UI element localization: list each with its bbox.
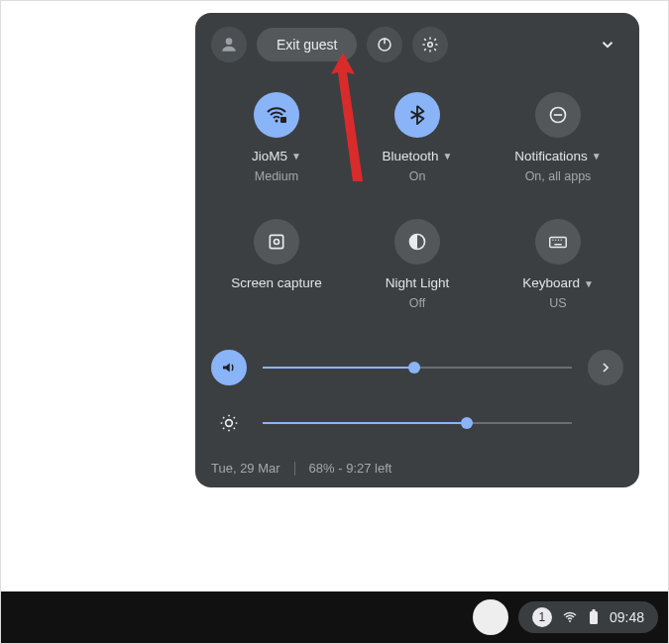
power-button[interactable] (367, 27, 402, 62)
system-tray[interactable]: 1 09:48 (518, 601, 658, 633)
screen-capture-tile[interactable]: Screen capture (211, 219, 342, 310)
brightness-button[interactable] (211, 405, 247, 441)
bluetooth-icon (406, 104, 428, 126)
guest-avatar[interactable] (211, 27, 247, 62)
footer-date: Tue, 29 Mar (211, 461, 280, 476)
wifi-tile[interactable]: JioM5▼ Medium (211, 92, 342, 183)
capture-icon (267, 232, 286, 252)
bluetooth-label[interactable]: Bluetooth▼ (383, 148, 453, 165)
night-light-tile[interactable]: Night Light Off (352, 219, 483, 310)
night-light-label: Night Light (386, 274, 450, 292)
chevron-right-icon (598, 360, 613, 376)
battery-status-icon (588, 609, 600, 625)
bluetooth-icon-button[interactable] (394, 92, 440, 138)
svg-rect-11 (550, 238, 567, 248)
bluetooth-sub: On (409, 169, 426, 183)
svg-rect-20 (592, 609, 595, 611)
settings-button[interactable] (412, 27, 448, 62)
notifications-sub: On, all apps (525, 169, 592, 183)
audio-settings-button[interactable] (588, 350, 623, 385)
collapse-button[interactable] (592, 29, 623, 60)
notifications-label[interactable]: Notifications▼ (514, 148, 601, 165)
notifications-tile[interactable]: Notifications▼ On, all apps (493, 92, 623, 183)
wifi-lock-icon (265, 103, 288, 127)
quick-settings-panel: Exit guest (195, 13, 639, 487)
keyboard-icon (547, 231, 569, 253)
gear-icon (421, 36, 439, 54)
footer-battery: 68% - 9:27 left (309, 461, 392, 476)
dnd-icon (548, 105, 568, 125)
keyboard-icon-button[interactable] (535, 219, 581, 265)
night-light-sub: Off (409, 296, 425, 310)
volume-icon (220, 359, 238, 376)
svg-rect-5 (280, 117, 286, 123)
volume-fill (263, 367, 414, 369)
panel-footer: Tue, 29 Mar 68% - 9:27 left (211, 461, 623, 476)
keyboard-label[interactable]: Keyboard▼ (522, 274, 594, 292)
taskbar-app-icon[interactable] (473, 599, 508, 635)
svg-point-18 (569, 620, 571, 622)
svg-point-0 (226, 38, 233, 45)
brightness-icon (219, 413, 239, 433)
bluetooth-tile[interactable]: Bluetooth▼ On (352, 92, 483, 183)
chevron-down-icon (599, 36, 616, 54)
wifi-status-icon (562, 609, 578, 625)
svg-rect-8 (270, 236, 282, 249)
taskbar-time: 09:48 (610, 609, 644, 625)
svg-point-3 (428, 43, 433, 48)
notifications-icon-button[interactable] (535, 92, 581, 138)
quick-tiles-grid: JioM5▼ Medium Bluetooth▼ On (211, 92, 623, 310)
exit-guest-button[interactable]: Exit guest (257, 28, 357, 61)
wifi-icon[interactable] (254, 92, 299, 138)
taskbar: 1 09:48 (1, 591, 668, 643)
svg-point-4 (276, 120, 279, 123)
svg-rect-19 (590, 611, 598, 624)
svg-point-9 (275, 240, 279, 245)
screen-capture-icon-button[interactable] (254, 219, 299, 265)
volume-row (211, 350, 623, 385)
power-icon (376, 36, 393, 54)
wifi-label[interactable]: JioM5▼ (252, 148, 301, 165)
footer-divider (294, 462, 295, 476)
volume-thumb[interactable] (408, 362, 420, 374)
caret-icon: ▼ (443, 150, 453, 163)
caret-icon: ▼ (592, 150, 602, 163)
volume-slider[interactable] (263, 367, 572, 369)
screen-capture-label: Screen capture (231, 274, 322, 292)
caret-icon: ▼ (584, 277, 594, 291)
brightness-thumb[interactable] (461, 417, 473, 429)
night-light-icon (407, 232, 427, 252)
person-icon (219, 35, 239, 54)
brightness-fill (263, 422, 467, 424)
svg-point-17 (226, 420, 233, 427)
night-light-icon-button[interactable] (394, 219, 440, 265)
panel-header: Exit guest (211, 27, 623, 62)
keyboard-tile[interactable]: Keyboard▼ US (493, 219, 623, 310)
wifi-sub: Medium (255, 169, 298, 183)
brightness-row (211, 405, 623, 441)
brightness-slider[interactable] (263, 422, 572, 424)
volume-button[interactable] (211, 350, 247, 385)
notification-count-badge: 1 (532, 607, 552, 627)
keyboard-sub: US (549, 296, 566, 310)
caret-icon: ▼ (291, 150, 301, 163)
